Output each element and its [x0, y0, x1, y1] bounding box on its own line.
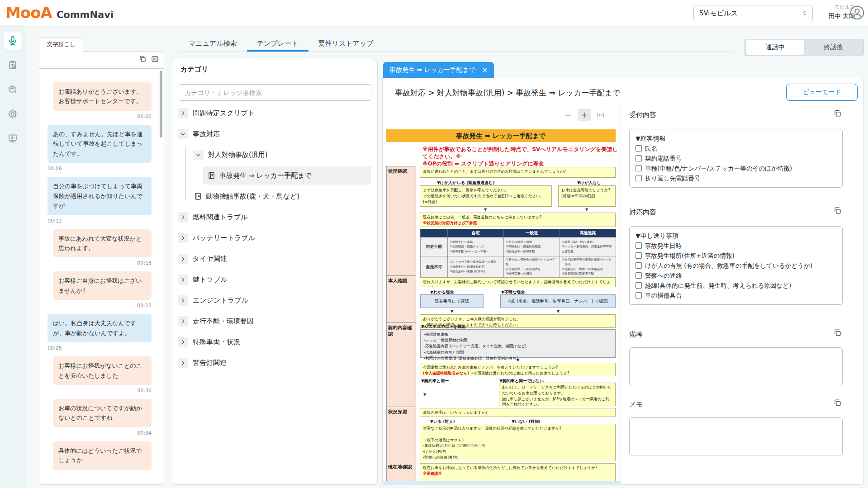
checkbox[interactable]	[636, 262, 642, 269]
fit-width-icon[interactable]: (↔)	[594, 109, 607, 121]
tree-item-label: 特殊車両・状況	[193, 338, 240, 346]
checklist-item: けが人の有無 (有の場合、救急車の手配をしているかどうか)	[636, 261, 836, 270]
checkbox[interactable]	[636, 292, 642, 298]
remarks-textarea[interactable]	[629, 347, 843, 385]
tree-item-fuel-trouble[interactable]: 燃料関連トラブル	[172, 207, 375, 227]
checkbox[interactable]	[636, 242, 642, 249]
document-icon	[194, 192, 202, 200]
chat-message: 自分の車をぶつけてしまって車両保険が適用されるか知りたいんですが 00:12	[47, 177, 152, 223]
toggle-label: 終話後	[824, 43, 843, 52]
tree-item-tire[interactable]: タイヤ関連	[172, 248, 375, 269]
tree-item-immobile-environment[interactable]: 走行不能・環境要因	[172, 311, 375, 332]
chevron-right-icon[interactable]	[178, 275, 188, 285]
tab-manual-search[interactable]: マニュアル検索	[179, 37, 247, 52]
ai-cube-icon[interactable]	[4, 81, 22, 99]
checkbox[interactable]	[636, 282, 642, 289]
user-avatar-icon[interactable]	[849, 5, 865, 20]
close-icon[interactable]: ×	[482, 66, 488, 74]
flow-step-text: あいにく、ロードサービスをご利用いただけるのはご契約いただいているお車に限ってお…	[502, 385, 612, 406]
tree-item-warning-light[interactable]: 警告灯関連	[172, 352, 375, 373]
viewer-horizontal-scrollbar[interactable]	[383, 481, 621, 485]
toggle-label: 通話中	[766, 43, 785, 52]
chevron-right-icon[interactable]	[178, 358, 188, 368]
table-cell: ①速やかに保険会社連絡→レッカー手配 ②交通誘導・二次災害防止 ③修理工場への搬…	[504, 256, 560, 278]
checklist-label: 車種(車種/色/ナンバー/ステッカー等のそのほか特徴)	[645, 163, 792, 173]
tab-template[interactable]: テンプレート	[247, 37, 308, 52]
copy-transcript-icon[interactable]	[138, 55, 147, 63]
tree-item-accident-to-tow[interactable]: 事故発生 ⇒ レッカー手配まで	[172, 165, 375, 186]
tree-item-problem-scripts[interactable]: 問題特定スクリプト	[172, 103, 375, 123]
agent-bubble: 具体的にはどういったご状況でしょうか	[53, 441, 152, 470]
tree-item-accident-response[interactable]: 事故対応	[172, 123, 375, 144]
view-mode-button[interactable]: ビューモード	[786, 84, 858, 101]
chevron-right-icon[interactable]	[178, 254, 188, 264]
memo-textarea[interactable]	[629, 417, 843, 455]
copy-response-icon[interactable]	[833, 206, 842, 215]
chevron-down-icon[interactable]	[178, 129, 188, 139]
flow-row-label: 契約内容確認	[386, 322, 416, 407]
document-tab[interactable]: 事故発生 ⇒ レッカー手配まで ×	[383, 62, 494, 78]
chevron-right-icon[interactable]	[178, 295, 188, 306]
flow-question-box: 今回事故に遭われたお車の車種とナンバーを教えていただけますでしょうか?(本人確認…	[420, 363, 616, 376]
checkbox[interactable]	[636, 165, 642, 171]
mic-icon[interactable]	[4, 32, 22, 50]
reception-title: 受付内容	[629, 111, 656, 119]
checkbox[interactable]	[636, 175, 642, 181]
table-cell: ①安全な場所へ移動 ②保険会社・損傷状況確認 ③販売店等へ修理手配	[504, 237, 560, 256]
chat-scrollbar-thumb[interactable]	[160, 71, 162, 137]
flow-question-text: 現在お車はご自宅、一般道、高速道路のどちらに停まっていますか?	[423, 215, 542, 219]
tree-item-special-vehicle[interactable]: 特殊車両・状況	[172, 332, 375, 352]
collapse-panel-icon[interactable]	[151, 55, 159, 63]
tree-item-label: 警告灯関連	[193, 359, 227, 367]
chevron-right-icon[interactable]	[178, 316, 188, 327]
copy-reception-icon[interactable]	[833, 109, 842, 118]
memo-title: メモ	[629, 400, 643, 409]
tab-transcript[interactable]: 文字起こし	[39, 37, 83, 52]
flow-arrow: ▼	[517, 358, 519, 362]
flow-step-box: まずは救急車を手配し、警察を呼んでください。 その後続きを伺いたい状況ですので改…	[420, 185, 552, 207]
zoom-in-button[interactable]: +	[578, 109, 591, 121]
tree-item-label: 対人対物事故(汎用)	[208, 151, 268, 159]
category-search-input[interactable]	[179, 84, 371, 101]
sv-selector-value: SV:モビルス	[699, 9, 738, 18]
flow-step-box: お車は自走可能でしょうか? (可能or不可の確認)	[558, 185, 616, 207]
flow-arrow: ▼	[557, 309, 560, 313]
checkbox[interactable]	[636, 145, 642, 152]
chevron-right-icon[interactable]	[178, 337, 188, 347]
tab-label: 要件リストアップ	[318, 39, 374, 48]
tab-requirements[interactable]: 要件リストアップ	[308, 37, 384, 52]
tree-item-engine-trouble[interactable]: エンジントラブル	[172, 290, 375, 311]
flow-question-text: 今回事故に遭われたお車の車種とナンバーを教えていただけますでしょうか?	[423, 365, 558, 370]
chevron-down-icon[interactable]	[193, 150, 204, 160]
flow-row-label: 本人確認	[386, 275, 416, 323]
header-divider	[819, 5, 819, 20]
tree-item-animal-collision[interactable]: 動物接触事故(鹿・犬・鳥など)	[172, 186, 375, 207]
tab-label: マニュアル検索	[189, 39, 237, 48]
chevron-right-icon[interactable]	[178, 233, 188, 243]
tree-item-key-trouble[interactable]: 鍵トラブル	[172, 269, 375, 290]
monitor-chart-icon[interactable]	[4, 129, 22, 147]
copy-remarks-icon[interactable]	[833, 328, 842, 337]
settings-gear-icon[interactable]	[4, 105, 22, 123]
checkbox[interactable]	[636, 155, 642, 161]
chevron-right-icon[interactable]	[178, 108, 188, 118]
agent-bubble: 事故にあわれて大変な状況かと思われます。	[53, 229, 152, 258]
tree-item-battery-trouble[interactable]: バッテリートラブル	[172, 227, 375, 248]
clipboard-search-icon[interactable]	[4, 56, 22, 74]
checklist-label: 氏名	[645, 143, 657, 153]
flow-question-text: ⇒今回事故に遭われたのは先ほど伺ったお車でしょうか?	[469, 371, 569, 375]
sv-selector[interactable]: SV:モビルス	[693, 5, 813, 21]
flow-title-bar: 事故発生 ⇒ レッカー手配まで	[386, 129, 616, 142]
remarks-title: 備考	[629, 330, 643, 339]
table-cell: ①最寄りSA・PAへ移動 ②レッカー要否案内、高速走行不可等は要注意	[560, 237, 616, 256]
flow-system-box: -補償対象車種 -レッカー搬送距離の制限 -応急処置内容 (バッテリー充電、タイ…	[420, 329, 616, 358]
table-corner	[421, 229, 448, 237]
chevron-right-icon[interactable]	[178, 212, 188, 223]
checkbox[interactable]	[636, 252, 642, 259]
toggle-after-call[interactable]: 終話後	[804, 40, 863, 55]
zoom-out-button[interactable]: −	[561, 109, 574, 121]
checkbox[interactable]	[636, 272, 642, 279]
copy-memo-icon[interactable]	[833, 398, 842, 407]
tree-item-person-property-accident[interactable]: 対人対物事故(汎用)	[172, 144, 375, 165]
toggle-in-call[interactable]: 通話中	[746, 40, 804, 55]
